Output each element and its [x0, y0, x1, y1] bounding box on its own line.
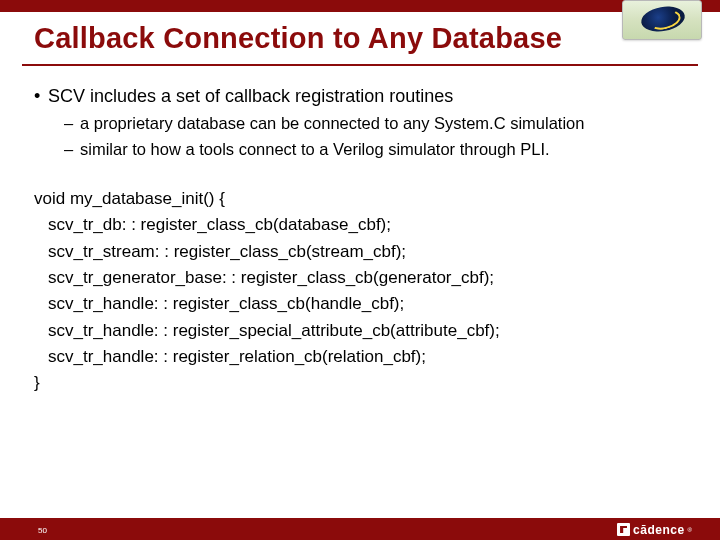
bullet-dash-icon: –: [64, 138, 80, 160]
bullet-dash-icon: –: [64, 112, 80, 134]
bullet-level2: –similar to how a tools connect to a Ver…: [64, 138, 686, 160]
brand-logo: cādence ®: [617, 522, 692, 537]
bullet-text: SCV includes a set of callback registrat…: [48, 86, 453, 106]
code-line: }: [34, 370, 686, 396]
bullet-text: a proprietary database can be connected …: [80, 114, 584, 132]
code-block: void my_database_init() { scv_tr_db: : r…: [34, 186, 686, 397]
code-line: scv_tr_generator_base: : register_class_…: [34, 265, 686, 291]
code-line: scv_tr_stream: : register_class_cb(strea…: [34, 239, 686, 265]
slide-content: •SCV includes a set of callback registra…: [34, 80, 686, 397]
registered-icon: ®: [688, 527, 692, 533]
code-line: void my_database_init() {: [34, 186, 686, 212]
code-line: scv_tr_handle: : register_class_cb(handl…: [34, 291, 686, 317]
page-number: 50: [38, 526, 47, 535]
bullet-dot-icon: •: [34, 84, 48, 108]
code-line: scv_tr_handle: : register_relation_cb(re…: [34, 344, 686, 370]
brand-name: cādence: [633, 523, 685, 537]
title-underline: [22, 64, 698, 66]
code-line: scv_tr_db: : register_class_cb(database_…: [34, 212, 686, 238]
top-accent-bar: [0, 0, 720, 12]
bullet-text: similar to how a tools connect to a Veri…: [80, 140, 550, 158]
footer-bar: [0, 518, 720, 540]
slide-title: Callback Connection to Any Database: [34, 22, 686, 55]
slide: Callback Connection to Any Database •SCV…: [0, 0, 720, 540]
code-line: scv_tr_handle: : register_special_attrib…: [34, 318, 686, 344]
bullet-level1: •SCV includes a set of callback registra…: [34, 84, 686, 108]
bullet-level2: –a proprietary database can be connected…: [64, 112, 686, 134]
brand-mark-icon: [617, 523, 630, 536]
